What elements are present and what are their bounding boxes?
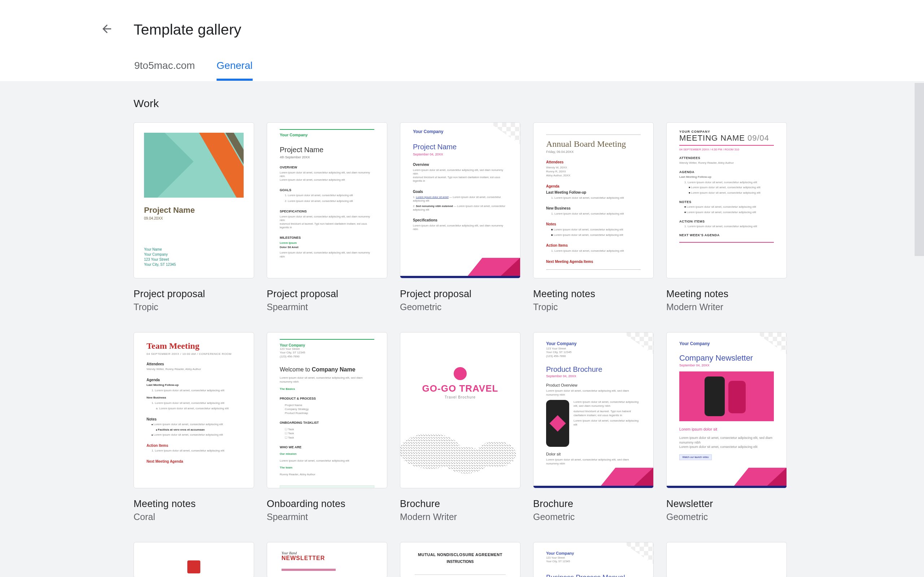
template-brochure-geometric[interactable]: Your Company 123 Your StreetYour City, S… [533,332,654,522]
template-newsletter-geometric[interactable]: Your Company Company Newsletter Septembe… [666,332,787,522]
template-onboarding-notes-spearmint[interactable]: Your Company 123 Your StreetYour City, S… [267,332,387,522]
template-subtitle: Modern Writer [666,302,787,312]
template-subtitle: Spearmint [267,512,387,522]
tab-9to5mac[interactable]: 9to5mac.com [134,60,195,81]
template-brochure-modern-writer[interactable]: GO-GO TRAVEL Travel Brochure Brochure Mo… [400,332,520,522]
template-title: Project proposal [400,288,520,300]
template-project-proposal-spearmint[interactable]: Your Company Project Name 4th September … [267,122,387,312]
back-button[interactable] [98,21,115,38]
template-title: Brochure [400,498,520,509]
template-thumbnail: Your Company Company Newsletter Septembe… [666,332,787,488]
template-subtitle: Geometric [533,512,654,522]
template-thumbnail: Your Company Project Name September 04, … [400,122,520,279]
template-title: Project proposal [134,288,254,300]
template-thumbnail: Team Meeting 04 SEPTEMBER 20XX / 10:00 A… [134,332,254,488]
scrollbar[interactable] [914,83,924,577]
template-thumbnail: Your Company 123 Your StreetYour City, S… [267,332,387,488]
template-thumbnail: Your Band NEWSLETTER [267,542,387,577]
newsletter-hero-image [679,371,774,421]
template-meeting-notes-modern-writer[interactable]: YOUR COMPANY MEETING NAME 09/04 04 SEPTE… [666,122,787,312]
tab-general[interactable]: General [216,60,253,81]
template-thumbnail [666,542,787,577]
template-thumbnail: YOUR COMPANY MEETING NAME 09/04 04 SEPTE… [666,122,787,279]
template-thumbnail: Your Company 123 Your StreetYour City, S… [533,542,654,577]
template-peek-5[interactable] [666,542,787,577]
template-subtitle: Modern Writer [400,512,520,522]
template-thumbnail: Your Company Project Name 4th September … [267,122,387,279]
template-project-proposal-tropic[interactable]: Project Name 09.04.20XX Your Name Your C… [134,122,254,312]
brochure-logo-icon [454,367,467,380]
template-meeting-notes-tropic[interactable]: Annual Board Meeting Friday, 09.04.20XX … [533,122,654,312]
template-title: Brochure [533,498,654,509]
template-subtitle: Geometric [666,512,787,522]
scrollbar-thumb[interactable] [914,83,924,256]
template-peek-3[interactable]: MUTUAL NONDISCLOSURE AGREEMENT INSTRUCTI… [400,542,520,577]
template-subtitle: Tropic [533,302,654,312]
template-thumbnail: Project Name 09.04.20XX Your Name Your C… [134,122,254,279]
template-subtitle: Spearmint [267,302,387,312]
template-title: Onboarding notes [267,498,387,509]
template-thumbnail: GO-GO TRAVEL Travel Brochure [400,332,520,488]
template-peek-2[interactable]: Your Band NEWSLETTER [267,542,387,577]
arrow-left-icon [100,23,113,37]
template-thumbnail: Annual Board Meeting Friday, 09.04.20XX … [533,122,654,279]
template-title: Newsletter [666,498,787,509]
template-thumbnail: MUTUAL NONDISCLOSURE AGREEMENT INSTRUCTI… [400,542,520,577]
template-meeting-notes-coral[interactable]: Team Meeting 04 SEPTEMBER 20XX / 10:00 A… [134,332,254,522]
page-title: Template gallery [134,21,241,38]
template-title: Project proposal [267,288,387,300]
template-subtitle: Geometric [400,302,520,312]
tabs: 9to5mac.com General [94,60,924,81]
template-thumbnail: Your Company 123 Your StreetYour City, S… [533,332,654,488]
heart-icon [187,561,200,574]
template-peek-1[interactable]: HeartWorks Weekly Digest [134,542,254,577]
section-title-work: Work [134,97,780,110]
phone-icon [546,400,569,447]
template-subtitle: Coral [134,512,254,522]
header: Template gallery 9to5mac.com General [0,0,924,81]
world-map-icon [400,427,520,488]
template-subtitle: Tropic [134,302,254,312]
template-thumbnail: HeartWorks Weekly Digest [134,542,254,577]
template-title: Meeting notes [666,288,787,300]
template-title: Meeting notes [134,498,254,509]
template-grid: Project Name 09.04.20XX Your Name Your C… [134,122,780,577]
template-title: Meeting notes [533,288,654,300]
content-area: Work Project Name 09.04.20XX Your Name Y… [0,81,924,577]
template-peek-4[interactable]: Your Company 123 Your StreetYour City, S… [533,542,654,577]
template-project-proposal-geometric[interactable]: Your Company Project Name September 04, … [400,122,520,312]
